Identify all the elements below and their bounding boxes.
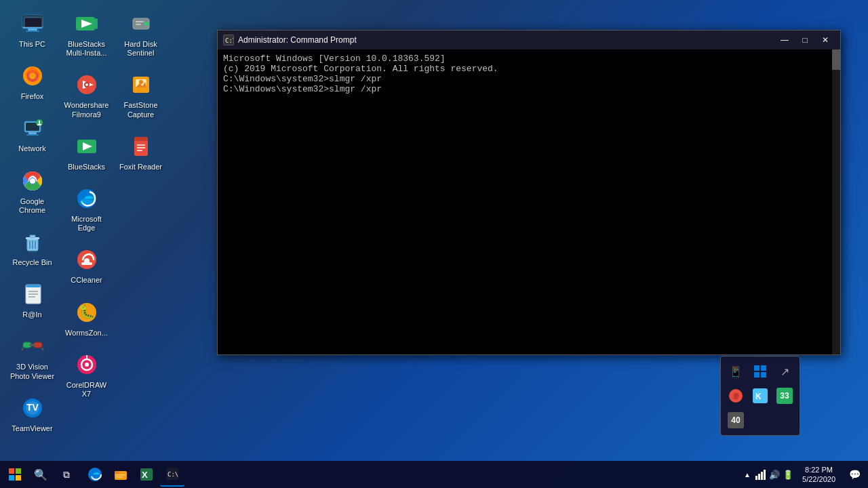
- systray-battery[interactable]: 🔋: [782, 462, 794, 487]
- taskbar-clock[interactable]: 8:22 PM 5/22/2020: [797, 462, 841, 487]
- cmd-minimize-button[interactable]: —: [775, 33, 794, 47]
- cmd-close-button[interactable]: ✕: [816, 33, 835, 47]
- 3dvision-icon: [19, 333, 46, 360]
- desktop-icon-wormszone[interactable]: 🐛 WormsZon...: [61, 296, 112, 341]
- desktop-icon-harddisk[interactable]: Hard Disk Sentinel: [115, 7, 166, 61]
- desktop-icon-edge[interactable]: Microsoft Edge: [61, 182, 112, 236]
- cmd-line-4: C:\Windows\system32>slmgr /xpr: [223, 74, 835, 84]
- cmd-title-text: Administrator: Command Prompt: [238, 35, 357, 45]
- svg-point-62: [139, 80, 143, 84]
- svg-text:TV: TV: [26, 402, 39, 413]
- notification-button[interactable]: 💬: [844, 462, 865, 487]
- start-button[interactable]: [3, 462, 27, 487]
- notification-icon: 💬: [849, 469, 861, 480]
- edge-icon: [73, 185, 100, 212]
- cmd-titlebar: C:\ Administrator: Command Prompt — □ ✕: [218, 30, 840, 49]
- svg-rect-80: [9, 475, 14, 481]
- network-icon: [19, 115, 46, 142]
- desktop-icon-faststone[interactable]: FastStone Capture: [115, 68, 166, 122]
- cmd-scrollbar[interactable]: [832, 49, 840, 354]
- svg-rect-4: [26, 30, 39, 32]
- cmd-window-buttons: — □ ✕: [775, 33, 835, 47]
- 3dvision-label: 3D Vision Photo Viewer: [9, 363, 56, 380]
- desktop-icon-network[interactable]: Network: [7, 111, 58, 157]
- recycle-bin-label: Recycle Bin: [9, 258, 56, 267]
- desktop-icon-recycle-bin[interactable]: Recycle Bin: [7, 225, 58, 270]
- desktop-icon-chrome[interactable]: Google Chrome: [7, 164, 58, 218]
- task-view-icon: ⧉: [63, 469, 70, 481]
- svg-rect-2: [24, 18, 42, 27]
- tray-popup-33[interactable]: 33: [774, 385, 795, 407]
- this-pc-label: This PC: [9, 40, 56, 49]
- taskbar-cmd-app[interactable]: C:\_: [160, 462, 184, 487]
- systray-chevron[interactable]: ▲: [741, 462, 753, 487]
- systray-network[interactable]: [755, 462, 767, 487]
- svg-rect-3: [28, 28, 37, 30]
- expand-tray-icon: ▲: [744, 471, 751, 479]
- desktop: This PC Firefox Network Google Chrome Re: [0, 0, 868, 466]
- svg-point-46: [80, 199, 94, 204]
- desktop-icon-foxit[interactable]: Foxit Reader: [115, 129, 166, 175]
- tray-popup-red[interactable]: [725, 385, 747, 407]
- desktop-icon-ccleaner[interactable]: CCleaner: [61, 243, 112, 288]
- svg-rect-49: [81, 262, 92, 265]
- tray-popup-40[interactable]: 40: [725, 409, 747, 431]
- tray-popup-blue[interactable]: K: [749, 385, 771, 407]
- svg-rect-71: [754, 365, 760, 371]
- systray-speaker[interactable]: 🔊: [768, 462, 781, 487]
- clock-time: 8:22 PM: [805, 465, 833, 474]
- wormszone-label: WormsZon...: [63, 329, 111, 338]
- cmd-body[interactable]: Microsoft Windows [Version 10.0.18363.59…: [218, 49, 840, 354]
- taskbar-explorer-app[interactable]: [108, 462, 133, 487]
- systray: ▲ 🔊 🔋: [741, 462, 794, 487]
- svg-rect-10: [28, 132, 37, 134]
- firefox-label: Firefox: [9, 92, 56, 101]
- recycle-bin-icon: [19, 228, 46, 256]
- desktop-icon-3dvision[interactable]: 3D Vision Photo Viewer: [7, 329, 58, 384]
- svg-point-57: [144, 22, 149, 26]
- ccleaner-label: CCleaner: [63, 276, 111, 285]
- tray-popup: 📱 ↗ K 33 40: [720, 356, 800, 436]
- desktop-icon-filmora[interactable]: Wondershare Filmora9: [61, 68, 112, 122]
- faststone-icon: [127, 71, 155, 98]
- desktop-icon-this-pc[interactable]: This PC: [7, 7, 58, 52]
- tray-popup-arrow[interactable]: ↗: [774, 361, 795, 382]
- svg-point-7: [29, 73, 36, 79]
- tray-popup-phone[interactable]: 📱: [725, 361, 747, 382]
- svg-line-33: [42, 348, 43, 350]
- taskbar-excel-app[interactable]: X: [134, 462, 159, 487]
- desktop-icon-bluestacks-multi[interactable]: BlueStacks Multi-Insta...: [61, 7, 112, 61]
- svg-point-42: [85, 83, 88, 86]
- svg-rect-14: [37, 124, 41, 125]
- coreldraw-label: CorelDRAW X7: [63, 381, 111, 399]
- task-view-button[interactable]: ⧉: [54, 462, 79, 487]
- desktop-icon-firefox[interactable]: Firefox: [7, 59, 58, 104]
- svg-rect-85: [116, 474, 125, 476]
- chrome-icon: [19, 167, 46, 195]
- svg-text:C:\: C:\: [225, 37, 233, 44]
- firefox-icon: [19, 62, 46, 89]
- svg-rect-95: [764, 470, 766, 480]
- search-button[interactable]: 🔍: [28, 462, 53, 487]
- taskbar-edge-app[interactable]: [83, 462, 107, 487]
- desktop-icon-teamviewer[interactable]: TV TeamViewer: [7, 391, 58, 436]
- cmd-window: C:\ Administrator: Command Prompt — □ ✕ …: [217, 30, 841, 355]
- svg-rect-79: [16, 468, 21, 474]
- svg-rect-74: [761, 372, 766, 378]
- desktop-icon-coreldraw[interactable]: CorelDRAW X7: [61, 348, 112, 402]
- tray-popup-windows[interactable]: [749, 361, 771, 382]
- desktop-icon-r-in[interactable]: R@In: [7, 277, 58, 323]
- this-pc-icon: [19, 10, 46, 37]
- svg-rect-94: [761, 472, 763, 480]
- svg-rect-20: [30, 235, 35, 238]
- svg-text:X: X: [142, 470, 148, 480]
- desktop-icons-container: This PC Firefox Network Google Chrome Re: [0, 0, 166, 466]
- network-status-icon: [755, 469, 766, 480]
- wormszone-icon: 🐛: [73, 299, 100, 326]
- cmd-line-2: (c) 2019 Microsoft Corporation. All righ…: [223, 64, 835, 74]
- filmora-label: Wondershare Filmora9: [63, 101, 111, 119]
- ccleaner-icon: [73, 246, 100, 273]
- cmd-line-6: C:\Windows\system32>slmgr /xpr: [223, 84, 835, 94]
- desktop-icon-bluestacks[interactable]: BlueStacks: [61, 129, 112, 175]
- cmd-maximize-button[interactable]: □: [795, 33, 814, 47]
